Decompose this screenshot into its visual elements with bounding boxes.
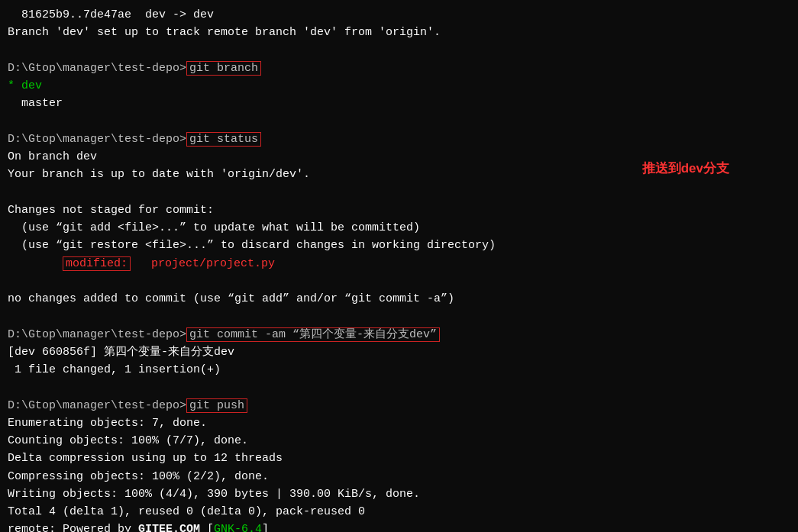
gitee-text: GITEE.COM bbox=[138, 523, 200, 532]
terminal-line-master: master bbox=[8, 95, 790, 112]
terminal-line: no changes added to commit (use “git add… bbox=[8, 290, 790, 308]
terminal-line: [dev 660856f] 第四个变量-来自分支dev bbox=[8, 343, 790, 361]
git-branch-command: git branch bbox=[186, 61, 261, 76]
terminal-line: Compressing objects: 100% (2/2), done. bbox=[8, 468, 790, 485]
terminal-line: Branch 'dev' set up to track remote bran… bbox=[8, 24, 790, 41]
terminal-line bbox=[8, 42, 790, 60]
terminal-line: Delta compression using up to 12 threads bbox=[8, 450, 790, 467]
terminal-line bbox=[8, 184, 790, 202]
annotation-push-to-dev: 推送到dev分支 bbox=[642, 159, 729, 179]
terminal-line: (use “git add <file>...” to update what … bbox=[8, 219, 790, 237]
prompt: D:\Gtop\manager\test-depo> bbox=[8, 399, 186, 412]
terminal-line-remote: remote: Powered by GITEE.COM [GNK-6.4] bbox=[8, 521, 790, 532]
terminal-line-dev: * dev bbox=[8, 77, 790, 95]
modified-file: project/project.py bbox=[151, 257, 275, 270]
terminal-line bbox=[8, 113, 790, 131]
terminal-line bbox=[8, 379, 790, 396]
prompt: D:\Gtop\manager\test-depo> bbox=[8, 133, 186, 146]
git-push-command: git push bbox=[186, 398, 247, 413]
terminal-line-git-status: D:\Gtop\manager\test-depo>git status bbox=[8, 131, 790, 148]
terminal-line: 81625b9..7de47ae dev -> dev bbox=[8, 6, 790, 24]
prompt: D:\Gtop\manager\test-depo> bbox=[8, 62, 186, 75]
terminal-line-modified: modified: project/project.py bbox=[8, 255, 790, 272]
terminal-line bbox=[8, 308, 790, 325]
git-status-command: git status bbox=[186, 132, 261, 147]
gnk-text: [GNK-6.4] bbox=[200, 523, 269, 532]
terminal-line: Changes not staged for commit: bbox=[8, 202, 790, 219]
terminal-line: 1 file changed, 1 insertion(+) bbox=[8, 361, 790, 379]
terminal-line-git-branch: D:\Gtop\manager\test-depo>git branch bbox=[8, 60, 790, 77]
terminal-line: Total 4 (delta 1), reused 0 (delta 0), p… bbox=[8, 503, 790, 521]
terminal-line-git-push: D:\Gtop\manager\test-depo>git push bbox=[8, 397, 790, 414]
terminal-line: (use “git restore <file>...” to discard … bbox=[8, 237, 790, 254]
remote-text: remote: Powered by bbox=[8, 523, 138, 532]
terminal-window: 81625b9..7de47ae dev -> dev Branch 'dev'… bbox=[0, 0, 798, 532]
terminal-line: Writing objects: 100% (4/4), 390 bytes |… bbox=[8, 485, 790, 503]
modified-label: modified: bbox=[63, 256, 131, 271]
terminal-line: Enumerating objects: 7, done. bbox=[8, 414, 790, 432]
terminal-line-git-commit: D:\Gtop\manager\test-depo>git commit -am… bbox=[8, 326, 790, 343]
git-commit-command: git commit -am “第四个变量-来自分支dev” bbox=[186, 327, 440, 342]
prompt: D:\Gtop\manager\test-depo> bbox=[8, 328, 186, 341]
terminal-line bbox=[8, 272, 790, 290]
terminal-line: Counting objects: 100% (7/7), done. bbox=[8, 432, 790, 450]
